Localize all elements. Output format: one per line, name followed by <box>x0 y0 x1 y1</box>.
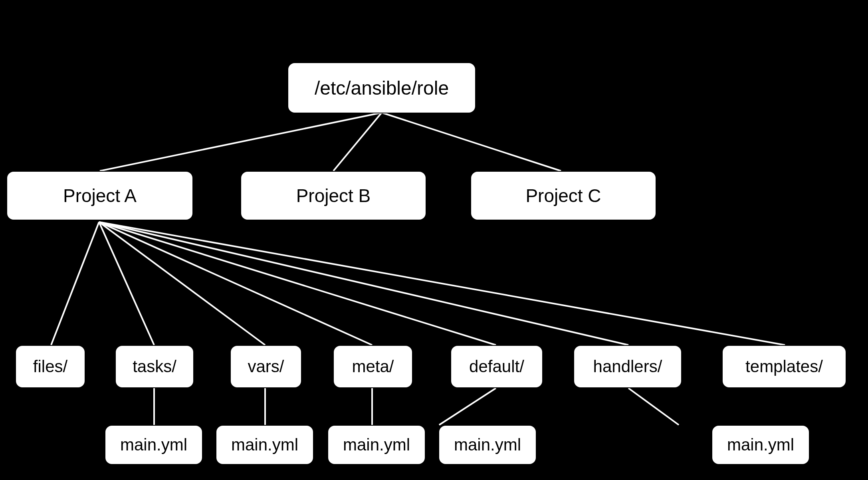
svg-line-13 <box>439 388 496 425</box>
dir-files-label: files/ <box>25 357 75 376</box>
file-vars-main: main.yml <box>216 425 314 465</box>
dir-vars-node: vars/ <box>230 345 302 388</box>
svg-line-4 <box>99 222 154 345</box>
svg-line-9 <box>99 222 785 345</box>
root-node: /etc/ansible/role <box>287 62 476 113</box>
svg-line-5 <box>99 222 265 345</box>
file-default-main-label: main.yml <box>446 435 529 454</box>
svg-line-3 <box>51 222 99 345</box>
dir-meta-node: meta/ <box>333 345 413 388</box>
dir-default-node: default/ <box>450 345 543 388</box>
diagram-canvas: /etc/ansible/role Project A Project B Pr… <box>0 0 868 480</box>
project-c-node: Project C <box>470 171 656 220</box>
dir-default-label: default/ <box>461 357 532 376</box>
project-b-label: Project B <box>288 185 379 206</box>
file-meta-main: main.yml <box>327 425 426 465</box>
dir-tasks-label: tasks/ <box>125 357 184 376</box>
dir-handlers-node: handlers/ <box>573 345 682 388</box>
file-handlers-main-label: main.yml <box>719 435 802 454</box>
project-a-node: Project A <box>6 171 193 220</box>
file-tasks-main-label: main.yml <box>112 435 195 454</box>
svg-line-0 <box>100 113 382 171</box>
svg-line-7 <box>99 222 496 345</box>
project-a-label: Project A <box>55 185 145 206</box>
dir-files-node: files/ <box>15 345 85 388</box>
dir-templates-label: templates/ <box>737 357 831 376</box>
file-handlers-main: main.yml <box>711 425 810 465</box>
svg-line-14 <box>628 388 679 425</box>
svg-line-6 <box>99 222 372 345</box>
project-b-node: Project B <box>240 171 426 220</box>
svg-line-2 <box>382 113 561 171</box>
dir-tasks-node: tasks/ <box>115 345 194 388</box>
svg-line-8 <box>99 222 628 345</box>
file-meta-main-label: main.yml <box>335 435 418 454</box>
svg-line-1 <box>333 113 382 171</box>
project-c-label: Project C <box>517 185 609 206</box>
dir-templates-node: templates/ <box>722 345 846 388</box>
dir-vars-label: vars/ <box>240 357 292 376</box>
file-vars-main-label: main.yml <box>223 435 306 454</box>
file-default-main: main.yml <box>438 425 537 465</box>
dir-handlers-label: handlers/ <box>585 357 670 376</box>
file-tasks-main: main.yml <box>105 425 203 465</box>
root-label: /etc/ansible/role <box>307 77 457 99</box>
dir-meta-label: meta/ <box>344 357 402 376</box>
